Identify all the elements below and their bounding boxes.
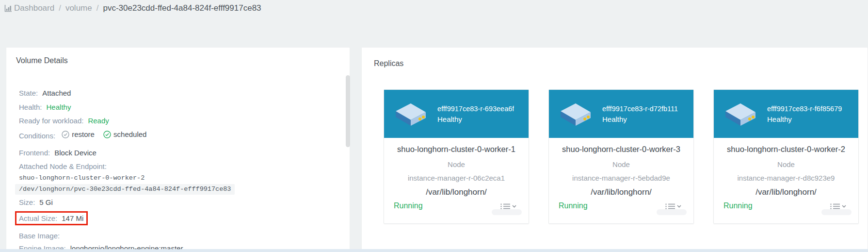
- condition-restore[interactable]: restore: [62, 131, 95, 138]
- size-row: Size:5 Gi: [19, 199, 335, 206]
- disk-icon: [557, 101, 595, 128]
- ready-row: Ready for workload:Ready: [19, 117, 335, 125]
- frontend-value: Block Device: [54, 149, 96, 157]
- breadcrumb-separator: /: [96, 3, 99, 13]
- replica-cards: efff9917ce83-r-693eea6f Healthy shuo-lon…: [384, 89, 859, 224]
- conditions-row: Conditions: restore scheduled: [19, 131, 335, 140]
- check-circle-icon: [62, 131, 69, 138]
- replica-node-name: shuo-longhorn-cluster-0-worker-3: [549, 145, 693, 154]
- condition-name: scheduled: [113, 131, 146, 138]
- condition-scheduled[interactable]: scheduled: [103, 131, 146, 138]
- replica-card-body: shuo-longhorn-cluster-0-worker-2 Node in…: [714, 145, 858, 197]
- replica-menu-button[interactable]: [657, 202, 687, 215]
- attached-endpoint: /dev/longhorn/pvc-30e23cdd-ffed-4a84-824…: [15, 184, 335, 195]
- volume-details-title: Volume Details: [16, 56, 68, 65]
- menu-button-shadow: [821, 209, 852, 215]
- replica-health: Healthy: [767, 115, 842, 123]
- replica-data-path: /var/lib/longhorn/: [549, 187, 693, 197]
- replica-card: efff9917ce83-r-693eea6f Healthy shuo-lon…: [384, 89, 529, 224]
- replica-card-footer: Running: [723, 202, 852, 215]
- ready-value: Ready: [88, 117, 109, 125]
- vertical-scrollbar-thumb[interactable]: [346, 75, 350, 147]
- replica-data-path: /var/lib/longhorn/: [714, 187, 858, 197]
- base-image-row: Base Image:: [19, 232, 335, 240]
- menu-button-shadow: [657, 209, 687, 215]
- condition-name: restore: [72, 131, 95, 138]
- instance-manager-name: instance-manager-r-06c2eca1: [384, 174, 529, 182]
- breadcrumb-volume[interactable]: volume: [65, 3, 92, 13]
- replica-name: efff9917ce83-r-d72fb111: [602, 105, 678, 113]
- disk-icon: [722, 101, 759, 128]
- breadcrumb-volume-id: pvc-30e23cdd-ffed-4a84-824f-efff9917ce83: [103, 3, 261, 13]
- state-label: State:: [19, 89, 38, 97]
- replica-menu-button[interactable]: [821, 202, 852, 215]
- replica-health: Healthy: [602, 115, 678, 123]
- node-label: Node: [549, 160, 693, 168]
- disk-icon: [392, 101, 430, 128]
- replica-name: efff9917ce83-r-f6f85679: [767, 105, 842, 113]
- replica-status: Running: [723, 202, 753, 210]
- replica-card-header: efff9917ce83-r-d72fb111 Healthy: [549, 90, 693, 138]
- volume-details-panel: Volume Details State:Attached Health:Hea…: [6, 47, 350, 252]
- menu-button-shadow: [492, 209, 522, 215]
- replica-health: Healthy: [437, 115, 514, 123]
- health-label: Health:: [19, 103, 42, 111]
- size-value: 5 Gi: [39, 198, 53, 206]
- replica-node-name: shuo-longhorn-cluster-0-worker-1: [384, 145, 529, 154]
- replica-card-body: shuo-longhorn-cluster-0-worker-3 Node in…: [549, 145, 693, 197]
- state-row: State:Attached: [19, 89, 335, 97]
- ready-label: Ready for workload:: [19, 117, 83, 125]
- attached-node-row: Attached Node & Endpoint:: [19, 163, 335, 170]
- replica-status: Running: [394, 202, 423, 210]
- check-circle-icon: [103, 131, 111, 138]
- actual-size-label: Actual Size:: [19, 214, 57, 222]
- size-label: Size:: [19, 198, 35, 206]
- replica-card-body: shuo-longhorn-cluster-0-worker-1 Node in…: [384, 145, 529, 197]
- breadcrumb-dashboard[interactable]: Dashboard: [14, 3, 54, 13]
- health-row: Health:Healthy: [19, 103, 335, 111]
- actual-size-value: 147 Mi: [62, 214, 83, 222]
- bar-chart-icon: [4, 4, 13, 13]
- frontend-row: Frontend:Block Device: [19, 149, 335, 157]
- endpoint-path: /dev/longhorn/pvc-30e23cdd-ffed-4a84-824…: [15, 184, 235, 195]
- breadcrumb: Dashboard / volume / pvc-30e23cdd-ffed-4…: [4, 3, 261, 13]
- breadcrumb-separator: /: [59, 3, 61, 13]
- actual-size-row: Actual Size:147 Mi: [19, 215, 335, 222]
- attached-node-label: Attached Node & Endpoint:: [19, 162, 107, 170]
- replica-name: efff9917ce83-r-693eea6f: [437, 105, 514, 113]
- base-image-label: Base Image:: [19, 232, 60, 240]
- conditions-label: Conditions:: [19, 132, 55, 140]
- replica-data-path: /var/lib/longhorn/: [384, 187, 529, 197]
- replicas-panel: Replicas efff9917ce83-r-693eea6f Healthy…: [361, 47, 868, 252]
- replica-card: efff9917ce83-r-d72fb111 Healthy shuo-lon…: [548, 89, 694, 224]
- replica-card-header: efff9917ce83-r-693eea6f Healthy: [384, 90, 529, 138]
- replica-card-header: efff9917ce83-r-f6f85679 Healthy: [714, 90, 858, 138]
- attached-node-name: shuo-longhorn-cluster-0-worker-2: [19, 174, 335, 182]
- replica-menu-button[interactable]: [492, 202, 522, 215]
- node-label: Node: [714, 160, 858, 168]
- health-value: Healthy: [47, 103, 71, 111]
- replica-card-footer: Running: [394, 202, 522, 215]
- node-label: Node: [384, 160, 529, 168]
- replica-card: efff9917ce83-r-f6f85679 Healthy shuo-lon…: [713, 89, 859, 224]
- instance-manager-name: instance-manager-r-d8c923e9: [714, 174, 858, 182]
- frontend-label: Frontend:: [19, 149, 50, 157]
- instance-manager-name: instance-manager-r-5ebdad9e: [549, 174, 693, 182]
- replica-node-name: shuo-longhorn-cluster-0-worker-2: [714, 145, 858, 154]
- replica-status: Running: [559, 202, 588, 210]
- state-value: Attached: [42, 89, 71, 97]
- replicas-title: Replicas: [374, 59, 403, 68]
- horizontal-scrollbar-track[interactable]: [0, 249, 868, 252]
- replica-card-footer: Running: [559, 202, 687, 215]
